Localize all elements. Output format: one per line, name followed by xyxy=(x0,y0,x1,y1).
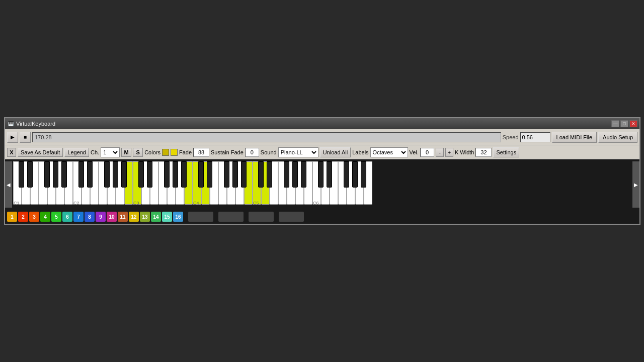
black-key[interactable] xyxy=(207,161,212,188)
load-midi-button[interactable]: Load MIDI File xyxy=(552,132,597,143)
black-key[interactable] xyxy=(301,161,306,188)
octave-label: C6 xyxy=(313,201,319,206)
black-key[interactable] xyxy=(232,161,238,188)
play-button[interactable]: ▶ xyxy=(7,132,18,143)
color-swatch-1[interactable] xyxy=(162,149,169,156)
octave-label: C5 xyxy=(253,201,259,206)
m-button[interactable]: M xyxy=(121,148,131,157)
black-key[interactable] xyxy=(292,161,298,188)
channel-button-13[interactable]: 13 xyxy=(140,212,150,222)
channel-button-12[interactable]: 12 xyxy=(129,212,139,222)
black-key[interactable] xyxy=(173,161,178,188)
speed-label: Speed xyxy=(503,134,519,140)
window-controls: — □ ✕ xyxy=(611,120,637,127)
speed-input[interactable] xyxy=(520,132,550,142)
app-window: 🎹 VirtualKeyboard — □ ✕ ▶ ■ 170.28 Speed… xyxy=(4,117,640,225)
black-key[interactable] xyxy=(318,161,324,188)
channel-button-1[interactable]: 1 xyxy=(7,212,17,222)
channel-button-4[interactable]: 4 xyxy=(40,212,50,222)
black-key[interactable] xyxy=(344,161,349,188)
black-key[interactable] xyxy=(284,161,289,188)
black-key[interactable] xyxy=(104,161,110,188)
channel-button-6[interactable]: 6 xyxy=(62,212,72,222)
black-key[interactable] xyxy=(87,161,93,188)
channel-button-16[interactable]: 16 xyxy=(173,212,183,222)
black-key[interactable] xyxy=(352,161,358,188)
black-key[interactable] xyxy=(147,161,152,188)
midi-indicator-3 xyxy=(279,212,304,222)
piano: C1C2C3C4C5C6 xyxy=(13,161,631,208)
black-key[interactable] xyxy=(121,161,127,188)
scroll-left-arrow[interactable]: ◀ xyxy=(5,161,12,208)
controls-bar: X Save As Default Legend Ch. 1234 5678 9… xyxy=(5,145,639,159)
black-key[interactable] xyxy=(361,161,366,188)
black-key[interactable] xyxy=(44,161,50,188)
black-key[interactable] xyxy=(138,161,144,188)
black-key[interactable] xyxy=(164,161,170,188)
channel-button-2[interactable]: 2 xyxy=(18,212,28,222)
channel-button-11[interactable]: 11 xyxy=(118,212,128,222)
black-key[interactable] xyxy=(113,161,118,188)
stop-button[interactable]: ■ xyxy=(20,132,31,143)
close-button[interactable]: ✕ xyxy=(629,120,637,127)
octave-label: C4 xyxy=(193,201,199,206)
channel-bar: 12345678910111213141516 xyxy=(5,210,639,224)
keyboard-container: ◀ C1C2C3C4C5C6 ▶ xyxy=(5,159,639,210)
octave-label: C1 xyxy=(14,201,20,206)
black-key[interactable] xyxy=(258,161,264,188)
vel-input[interactable] xyxy=(420,148,434,157)
unload-all-button[interactable]: Unload All xyxy=(320,147,351,157)
octave-label: C3 xyxy=(133,201,139,206)
k-width-label: K Width xyxy=(455,149,474,155)
fade-label: Fade xyxy=(179,149,192,155)
black-key[interactable] xyxy=(241,161,247,188)
channel-select[interactable]: 1234 5678 9101112 13141516 xyxy=(101,147,120,157)
minimize-button[interactable]: — xyxy=(611,120,619,127)
channel-button-14[interactable]: 14 xyxy=(151,212,161,222)
sound-select[interactable]: Piano-LL Piano-HH Organ Strings xyxy=(278,147,318,157)
black-key[interactable] xyxy=(61,161,67,188)
black-key[interactable] xyxy=(53,161,58,188)
fade-input[interactable] xyxy=(193,148,209,157)
channel-button-10[interactable]: 10 xyxy=(107,212,117,222)
keyboard-wrapper: ◀ C1C2C3C4C5C6 ▶ xyxy=(5,161,639,208)
legend-button[interactable]: Legend xyxy=(64,148,89,157)
black-key[interactable] xyxy=(267,161,272,188)
channel-button-8[interactable]: 8 xyxy=(85,212,95,222)
colors-label: Colors xyxy=(144,149,160,155)
sustain-fade-input[interactable] xyxy=(245,148,259,157)
k-width-input[interactable] xyxy=(475,148,492,157)
scroll-right-arrow[interactable]: ▶ xyxy=(632,161,639,208)
octave-label: C2 xyxy=(73,201,79,206)
x-button[interactable]: X xyxy=(7,148,16,157)
vel-minus-button[interactable]: - xyxy=(436,148,444,157)
audio-setup-button[interactable]: Audio Setup xyxy=(598,132,637,143)
black-key[interactable] xyxy=(27,161,33,188)
settings-button[interactable]: Settings xyxy=(493,147,519,157)
channel-button-7[interactable]: 7 xyxy=(73,212,84,222)
vel-label: Vel. xyxy=(410,149,419,155)
black-key[interactable] xyxy=(78,161,84,188)
channel-button-15[interactable]: 15 xyxy=(162,212,172,222)
maximize-button[interactable]: □ xyxy=(620,120,628,127)
ch-label: Ch. xyxy=(91,149,99,155)
vel-plus-button[interactable]: + xyxy=(445,148,453,157)
save-default-button[interactable]: Save As Default xyxy=(18,148,63,157)
color-swatch-2[interactable] xyxy=(171,149,178,156)
midi-indicator-2 xyxy=(249,212,274,222)
black-key[interactable] xyxy=(181,161,187,188)
midi-indicator-0 xyxy=(188,212,213,222)
channel-button-3[interactable]: 3 xyxy=(29,212,39,222)
s-button[interactable]: S xyxy=(133,148,143,157)
labels-select[interactable]: Octaves Notes None xyxy=(370,147,408,157)
black-key[interactable] xyxy=(198,161,204,188)
channel-button-9[interactable]: 9 xyxy=(96,212,106,222)
midi-indicator-1 xyxy=(218,212,244,222)
position-value: 170.28 xyxy=(35,134,52,140)
title-bar: 🎹 VirtualKeyboard — □ ✕ xyxy=(5,118,639,129)
black-key[interactable] xyxy=(19,161,24,188)
sound-label: Sound xyxy=(261,149,277,155)
black-key[interactable] xyxy=(327,161,332,188)
channel-button-5[interactable]: 5 xyxy=(51,212,61,222)
black-key[interactable] xyxy=(224,161,229,188)
